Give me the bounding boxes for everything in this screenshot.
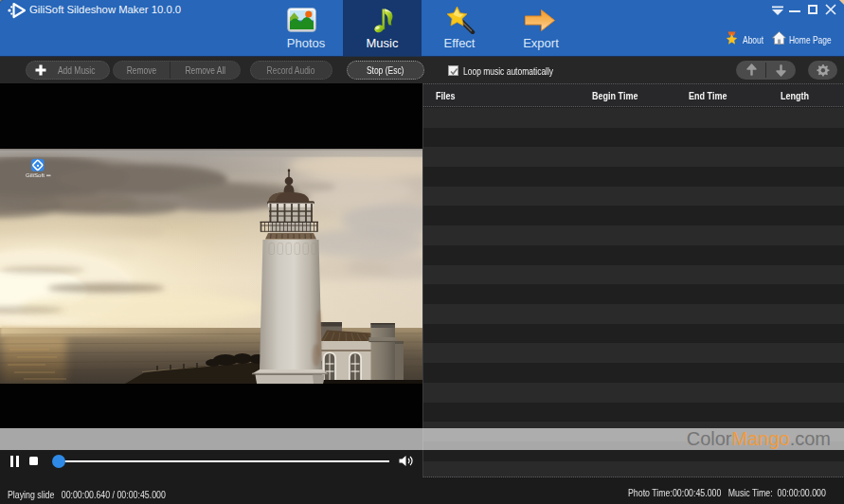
svg-text:GiliSoft: GiliSoft	[26, 171, 45, 178]
